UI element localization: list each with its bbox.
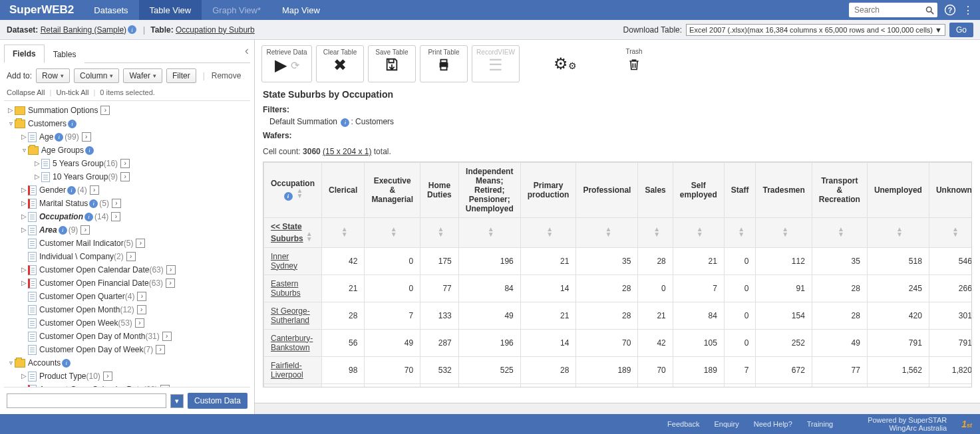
- record-view-button: RecordVIEW☰: [472, 45, 520, 82]
- info-icon[interactable]: i: [89, 199, 98, 208]
- info-icon[interactable]: i: [341, 118, 349, 127]
- info-icon[interactable]: i: [284, 192, 293, 201]
- field-icon: [28, 252, 37, 262]
- go-icon[interactable]: ›: [81, 225, 90, 235]
- search-icon[interactable]: [925, 5, 935, 15]
- expand-icon[interactable]: ▷: [7, 104, 15, 116]
- field-icon: [28, 278, 37, 288]
- go-icon[interactable]: ›: [120, 159, 130, 168]
- search-box[interactable]: [849, 3, 937, 17]
- go-icon[interactable]: ›: [111, 212, 120, 221]
- go-icon[interactable]: ›: [120, 172, 130, 181]
- add-to-label: Add to:: [7, 71, 32, 80]
- table-row: Canterbury-Bankstown56492871961470421050…: [264, 329, 973, 356]
- collapse-panel-icon[interactable]: ‹: [245, 44, 249, 58]
- table-name[interactable]: Occupation by Suburb: [176, 25, 255, 35]
- gear-icon: ⚙⚙: [554, 56, 577, 72]
- remove-link[interactable]: Remove: [212, 71, 242, 80]
- kebab-menu-icon[interactable]: ⋮: [963, 4, 973, 17]
- info-icon[interactable]: i: [128, 25, 136, 34]
- print-table-button[interactable]: Print Table: [420, 45, 468, 82]
- download-format-select[interactable]: Excel 2007 (.xlsx)(max 16,384 columns x …: [686, 24, 945, 36]
- trash-button[interactable]: Trash: [610, 45, 658, 82]
- info-icon[interactable]: i: [67, 186, 76, 195]
- info-icon[interactable]: i: [59, 226, 67, 235]
- info-icon[interactable]: i: [84, 213, 93, 221]
- row-link[interactable]: Fairfield-Liverpool: [271, 361, 303, 380]
- add-wafer-button[interactable]: Wafer▾: [123, 68, 162, 83]
- sort-icon[interactable]: ▲▼: [306, 231, 313, 242]
- horizontal-scrollbar[interactable]: [255, 403, 980, 414]
- go-icon[interactable]: ›: [136, 239, 145, 248]
- footer-need-help[interactable]: Need Help?: [754, 420, 792, 428]
- field-icon: [28, 185, 37, 195]
- go-icon[interactable]: ›: [100, 106, 110, 115]
- go-icon[interactable]: ›: [126, 252, 136, 261]
- footer-feedback[interactable]: Feedback: [667, 420, 699, 428]
- filter-input[interactable]: [7, 393, 166, 408]
- collapse-icon[interactable]: ▿: [7, 118, 15, 130]
- field-icon: [41, 159, 50, 169]
- sort-icon[interactable]: ▲▼: [297, 188, 303, 199]
- dims-link[interactable]: (15 x 204 x 1): [323, 147, 371, 156]
- custom-data-button[interactable]: Custom Data: [188, 393, 247, 409]
- add-column-button[interactable]: Column▾: [74, 68, 119, 83]
- svg-rect-5: [440, 60, 446, 63]
- filter-dropdown-icon[interactable]: ▾: [170, 394, 184, 408]
- field-icon: [28, 225, 37, 235]
- add-filter-button[interactable]: Filter: [166, 68, 196, 83]
- add-row-button[interactable]: Row▾: [36, 68, 70, 83]
- go-icon[interactable]: ›: [112, 199, 121, 208]
- row-link[interactable]: Inner Sydney: [271, 252, 297, 271]
- go-button[interactable]: Go: [949, 23, 973, 37]
- footer-enquiry[interactable]: Enquiry: [714, 420, 738, 428]
- field-icon: [28, 265, 37, 275]
- dataset-label: Dataset:: [7, 25, 38, 35]
- powered-by: Powered by SuperSTARWingArc Australia: [868, 416, 947, 432]
- go-icon[interactable]: ›: [162, 332, 172, 341]
- info-icon[interactable]: i: [55, 133, 63, 142]
- row-link[interactable]: Canterbury-Bankstown: [271, 334, 313, 352]
- untick-all-link[interactable]: Un-tick All: [56, 88, 88, 96]
- state-suburbs-header[interactable]: << State Suburbs: [271, 222, 303, 243]
- dataset-name[interactable]: Retail Banking (Sample): [41, 25, 126, 35]
- tab-fields[interactable]: Fields: [4, 45, 45, 63]
- info-icon[interactable]: i: [85, 146, 94, 155]
- row-link[interactable]: St George-Sutherland: [271, 306, 310, 325]
- svg-point-0: [927, 7, 932, 12]
- sort-icon[interactable]: ▲▼: [341, 227, 348, 237]
- go-icon[interactable]: ›: [90, 185, 99, 195]
- go-icon[interactable]: ›: [137, 292, 146, 301]
- tree-label[interactable]: Summation Options: [28, 104, 98, 116]
- go-icon[interactable]: ›: [137, 305, 146, 314]
- nav-datasets[interactable]: Datasets: [83, 0, 138, 20]
- table-row: Inner Sydney4201751962135282101123551854…: [264, 247, 973, 274]
- go-icon[interactable]: ›: [156, 345, 165, 354]
- clear-table-button[interactable]: Clear Table✖: [316, 45, 364, 82]
- footer-training[interactable]: Training: [807, 420, 833, 428]
- retrieve-data-button[interactable]: Retrieve Data▶⟳: [261, 45, 312, 82]
- search-input[interactable]: [852, 4, 925, 16]
- info-icon[interactable]: i: [62, 359, 71, 368]
- tree-label[interactable]: Customers: [28, 118, 67, 130]
- row-link[interactable]: Eastern Suburbs: [271, 279, 301, 298]
- download-label: Download Table:: [623, 25, 683, 35]
- go-icon[interactable]: ›: [166, 265, 176, 274]
- svg-rect-6: [440, 66, 446, 70]
- go-icon[interactable]: ›: [103, 372, 112, 381]
- settings-button[interactable]: ⚙⚙: [541, 45, 589, 82]
- collapse-all-link[interactable]: Collapse All: [7, 88, 45, 96]
- tab-tables[interactable]: Tables: [45, 45, 85, 63]
- save-table-button[interactable]: Save Table: [368, 45, 416, 82]
- field-icon: [28, 345, 37, 355]
- go-icon[interactable]: ›: [82, 132, 91, 142]
- help-icon[interactable]: ?: [944, 4, 956, 16]
- go-icon[interactable]: ›: [166, 278, 175, 288]
- cell-count: Cell count: 3060 (15 x 204 x 1) total.: [255, 147, 980, 162]
- info-icon[interactable]: i: [68, 120, 77, 128]
- filter-text: Default Summation: [269, 117, 337, 126]
- nav-table-view[interactable]: Table View: [139, 0, 202, 20]
- trash-icon: [627, 56, 641, 72]
- go-icon[interactable]: ›: [135, 318, 144, 328]
- nav-map-view[interactable]: Map View: [271, 0, 331, 20]
